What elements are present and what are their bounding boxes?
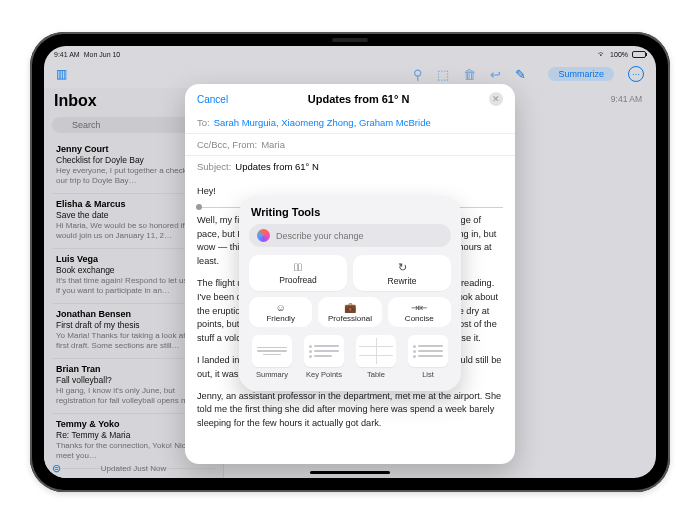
- subject-value: Updates from 61° N: [235, 161, 319, 172]
- cancel-button[interactable]: Cancel: [197, 94, 228, 105]
- home-indicator[interactable]: [310, 471, 390, 474]
- describe-change-input[interactable]: [276, 231, 441, 241]
- battery-percent: 100%: [610, 51, 628, 58]
- front-camera: [332, 38, 368, 42]
- compose-title: Updates from 61° N: [308, 93, 410, 105]
- filter-button-icon[interactable]: ⊜: [52, 462, 61, 475]
- rewrite-icon: ↻: [398, 261, 407, 274]
- rewrite-label: Rewrite: [388, 276, 417, 286]
- friendly-label: Friendly: [266, 314, 294, 323]
- professional-button[interactable]: 💼 Professional: [318, 297, 381, 327]
- close-button[interactable]: ✕: [489, 92, 503, 106]
- writing-tools-popover: Writing Tools ✓⃝ Proofread ↻ Rewrite: [239, 196, 461, 391]
- apple-intelligence-icon: [257, 229, 270, 242]
- more-icon[interactable]: ⋯: [628, 66, 644, 82]
- close-icon: ✕: [492, 94, 500, 104]
- sidebar-toggle-icon[interactable]: ▥: [56, 67, 67, 81]
- proofread-label: Proofread: [279, 275, 316, 285]
- summary-label: Summary: [256, 370, 288, 379]
- trash-icon[interactable]: 🗑: [463, 67, 476, 82]
- concise-button[interactable]: ⇥⇤ Concise: [388, 297, 451, 327]
- archive-icon[interactable]: ⬚: [437, 67, 449, 82]
- updated-label: Updated Just Now: [101, 464, 166, 473]
- reply-icon[interactable]: ↩︎: [490, 67, 501, 82]
- concise-label: Concise: [405, 314, 434, 323]
- cc-value: Maria: [261, 139, 285, 150]
- to-label: To:: [197, 117, 210, 128]
- to-value[interactable]: Sarah Murguia, Xiaomeng Zhong, Graham Mc…: [214, 117, 431, 128]
- cc-field[interactable]: Cc/Bcc, From: Maria: [185, 133, 515, 155]
- professional-icon: 💼: [344, 302, 356, 313]
- wifi-icon: ᯤ: [598, 50, 606, 59]
- list-label: List: [422, 370, 434, 379]
- friendly-icon: ☺: [276, 302, 286, 313]
- list-button[interactable]: List: [405, 335, 451, 379]
- compose-icon[interactable]: ✎: [515, 67, 526, 82]
- ipad-frame: 9:41 AM Mon Jun 10 ᯤ 100% ▥ ⚲ ⬚ 🗑 ↩︎: [30, 32, 670, 492]
- subject-field[interactable]: Subject: Updates from 61° N: [185, 155, 515, 177]
- professional-label: Professional: [328, 314, 372, 323]
- battery-icon: [632, 51, 646, 58]
- to-field[interactable]: To: Sarah Murguia, Xiaomeng Zhong, Graha…: [185, 112, 515, 133]
- describe-change-field[interactable]: [249, 224, 451, 247]
- body-p4: Jenny, an assistant professor in the dep…: [197, 390, 503, 431]
- friendly-button[interactable]: ☺ Friendly: [249, 297, 312, 327]
- message-time: 9:41 AM: [611, 94, 642, 104]
- rewrite-button[interactable]: ↻ Rewrite: [353, 255, 451, 291]
- status-date: Mon Jun 10: [84, 51, 121, 58]
- writing-tools-title: Writing Tools: [251, 206, 449, 218]
- status-time: 9:41 AM: [54, 51, 80, 58]
- key-points-button[interactable]: Key Points: [301, 335, 347, 379]
- proofread-button[interactable]: ✓⃝ Proofread: [249, 255, 347, 291]
- proofread-icon: ✓⃝: [294, 261, 302, 273]
- subject-label: Subject:: [197, 161, 231, 172]
- summary-button[interactable]: Summary: [249, 335, 295, 379]
- key-points-label: Key Points: [306, 370, 342, 379]
- cc-label: Cc/Bcc, From:: [197, 139, 257, 150]
- table-button[interactable]: Table: [353, 335, 399, 379]
- status-bar: 9:41 AM Mon Jun 10 ᯤ 100%: [44, 46, 656, 62]
- screen: 9:41 AM Mon Jun 10 ᯤ 100% ▥ ⚲ ⬚ 🗑 ↩︎: [44, 46, 656, 478]
- mail-toolbar: ▥ ⚲ ⬚ 🗑 ↩︎ ✎ Summarize ⋯: [44, 62, 656, 86]
- table-label: Table: [367, 370, 385, 379]
- concise-icon: ⇥⇤: [411, 302, 427, 313]
- summarize-button[interactable]: Summarize: [548, 67, 614, 81]
- filter-icon[interactable]: ⚲: [413, 67, 423, 82]
